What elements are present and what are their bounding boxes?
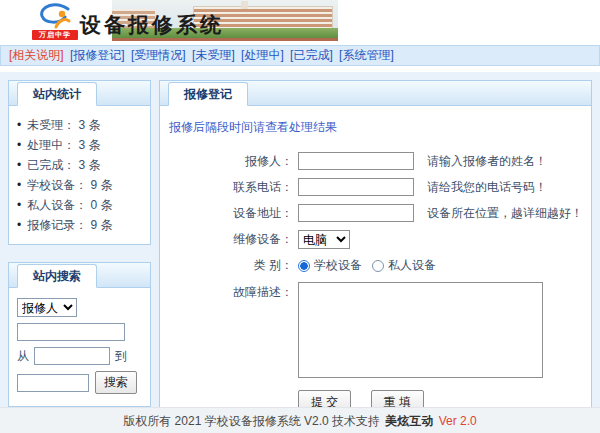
device-label: 维修设备： [160, 231, 298, 248]
logo-badge: 万启中学 [32, 30, 78, 40]
category-radio-group: 学校设备 私人设备 [298, 257, 446, 274]
search-button[interactable]: 搜索 [95, 371, 137, 394]
description-row: 故障描述： [160, 282, 591, 378]
address-row: 设备地址： 设备所在位置，越详细越好！ [160, 204, 591, 222]
content-area: 站内统计 •未受理： 3 条 •处理中： 3 条 •已完成： 3 条 •学校设备… [0, 72, 600, 433]
radio-private-device[interactable] [372, 260, 384, 272]
stats-panel: 站内统计 •未受理： 3 条 •处理中： 3 条 •已完成： 3 条 •学校设备… [8, 80, 151, 245]
sidebar: 站内统计 •未受理： 3 条 •处理中： 3 条 •已完成： 3 条 •学校设备… [8, 80, 151, 433]
logo-e-swoosh-icon [35, 3, 75, 29]
bullet-icon: • [17, 158, 21, 172]
copyright-text: 版权所有 2021 学校设备报修系统 V2.0 技术支持 [123, 414, 380, 428]
stats-item-label: 私人设备： 0 条 [27, 198, 112, 212]
nav-item-acceptance-status[interactable]: [受理情况] [131, 48, 186, 62]
stats-item-private-devices: •私人设备： 0 条 [15, 195, 146, 215]
search-to-input[interactable] [17, 374, 89, 392]
notice-text: 报修后隔段时间请查看处理结果 [169, 119, 591, 136]
address-hint: 设备所在位置，越详细越好！ [427, 205, 583, 222]
bullet-icon: • [17, 178, 21, 192]
bullet-icon: • [17, 198, 21, 212]
search-from-label: 从 [17, 348, 29, 365]
radio-school-device-label: 学校设备 [314, 257, 362, 274]
repair-form-panel: 报修登记 报修后隔段时间请查看处理结果 报修人： 请输入报修者的姓名！ 联系电话… [159, 80, 592, 420]
radio-private-device-label: 私人设备 [388, 257, 436, 274]
footer-version: Ver 2.0 [439, 414, 477, 428]
reporter-row: 报修人： 请输入报修者的姓名！ [160, 152, 591, 170]
search-date-range: 从 到 [17, 347, 144, 365]
category-row: 类 别： 学校设备 私人设备 [160, 257, 591, 274]
nav-item-related-info[interactable]: [相关说明] [9, 48, 64, 62]
description-textarea[interactable] [298, 282, 543, 378]
stats-panel-title: 站内统计 [17, 82, 97, 106]
footer-company: 美炫互动 [385, 414, 433, 428]
stats-item-label: 处理中： 3 条 [27, 138, 100, 152]
search-form: 报修人 从 到 搜索 [9, 288, 150, 406]
radio-school-device[interactable] [298, 260, 310, 272]
search-panel: 站内搜索 报修人 从 到 搜索 [8, 262, 151, 407]
bullet-icon: • [17, 218, 21, 232]
nav-item-not-accepted[interactable]: [未受理] [192, 48, 235, 62]
stats-item-school-devices: •学校设备： 9 条 [15, 175, 146, 195]
page-footer: 版权所有 2021 学校设备报修系统 V2.0 技术支持 美炫互动 Ver 2.… [0, 407, 600, 433]
tab-repair-register[interactable]: 报修登记 [168, 82, 248, 106]
address-input[interactable] [298, 204, 414, 222]
reporter-hint: 请输入报修者的姓名！ [427, 153, 547, 170]
app-logo: 万启中学 [32, 3, 78, 40]
phone-row: 联系电话： 请给我您的电话号码！ [160, 178, 591, 196]
phone-label: 联系电话： [160, 179, 298, 196]
stats-item-not-accepted: •未受理： 3 条 [15, 115, 146, 135]
address-label: 设备地址： [160, 205, 298, 222]
nav-item-repair-register[interactable]: [报修登记] [70, 48, 125, 62]
device-select[interactable]: 电脑 [298, 230, 350, 249]
school-photo-tower [241, 1, 248, 9]
stats-list: •未受理： 3 条 •处理中： 3 条 •已完成： 3 条 •学校设备： 9 条… [9, 106, 150, 244]
phone-input[interactable] [298, 178, 414, 196]
stats-item-repair-records: •报修记录： 9 条 [15, 215, 146, 235]
phone-hint: 请给我您的电话号码！ [427, 179, 547, 196]
repair-form-panel-header: 报修登记 [160, 81, 591, 106]
stats-panel-header: 站内统计 [9, 81, 150, 106]
search-submit-row: 搜索 [17, 371, 144, 394]
search-to-label: 到 [115, 348, 127, 365]
stats-item-label: 学校设备： 9 条 [27, 178, 112, 192]
search-field-select[interactable]: 报修人 [17, 298, 77, 317]
category-label: 类 别： [160, 257, 298, 274]
stats-item-label: 报修记录： 9 条 [27, 218, 112, 232]
device-row: 维修设备： 电脑 [160, 230, 591, 249]
main-nav: [相关说明] [报修登记] [受理情况] [未受理] [处理中] [已完成] [… [0, 45, 600, 66]
nav-item-system-admin[interactable]: [系统管理] [339, 48, 394, 62]
search-panel-title: 站内搜索 [17, 264, 97, 288]
reporter-label: 报修人： [160, 153, 298, 170]
bullet-icon: • [17, 138, 21, 152]
search-panel-header: 站内搜索 [9, 263, 150, 288]
stats-item-label: 已完成： 3 条 [27, 158, 100, 172]
stats-item-in-progress: •处理中： 3 条 [15, 135, 146, 155]
search-from-input[interactable] [34, 347, 110, 365]
app-header: 万启中学 设备报修系统 [0, 0, 600, 45]
main-column: 报修登记 报修后隔段时间请查看处理结果 报修人： 请输入报修者的姓名！ 联系电话… [159, 80, 592, 420]
stats-item-label: 未受理： 3 条 [27, 118, 100, 132]
bullet-icon: • [17, 118, 21, 132]
page-title: 设备报修系统 [80, 11, 224, 39]
nav-item-in-progress[interactable]: [处理中] [241, 48, 284, 62]
search-keyword-input[interactable] [17, 323, 125, 341]
stats-item-completed: •已完成： 3 条 [15, 155, 146, 175]
reporter-input[interactable] [298, 152, 414, 170]
nav-item-completed[interactable]: [已完成] [290, 48, 333, 62]
description-label: 故障描述： [160, 282, 298, 301]
